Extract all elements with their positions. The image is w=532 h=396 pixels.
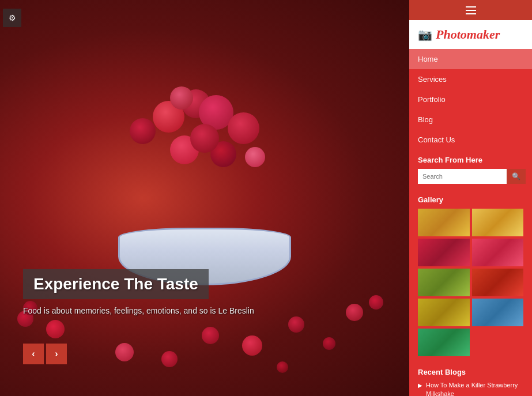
recent-blogs-section: Recent Blogs ▶ How To Make a Killer Stra… (409, 362, 532, 396)
nav-item-home[interactable]: Home (409, 49, 532, 69)
main-nav: Home Services Portfolio Blog Contact Us (409, 49, 532, 150)
blog-text-1: How To Make a Killer Strawberry Milkshak… (426, 381, 523, 396)
search-button[interactable]: 🔍 (507, 169, 526, 184)
menu-toggle-button[interactable] (409, 0, 532, 20)
recent-blogs-title: Recent Blogs (418, 368, 523, 376)
hero-text-block: Experience The Taste Food is about memor… (23, 269, 254, 315)
nav-item-blog[interactable]: Blog (409, 110, 532, 130)
camera-icon: 📷 (418, 28, 432, 42)
gallery-thumb-3[interactable] (418, 239, 470, 266)
gallery-section-title: Gallery (418, 195, 523, 204)
search-input[interactable] (418, 169, 507, 184)
hamburger-icon (466, 6, 476, 14)
gallery-thumb-9[interactable] (418, 329, 470, 356)
settings-icon[interactable]: ⚙ (3, 9, 21, 27)
search-section-title: Search From Here (418, 156, 523, 164)
hero-subtitle: Food is about memories, feelings, emotio… (23, 306, 254, 315)
gallery-thumb-7[interactable] (418, 299, 470, 326)
blog-item-1[interactable]: ▶ How To Make a Killer Strawberry Milksh… (418, 381, 523, 396)
gallery-section: Gallery (409, 190, 532, 362)
search-form: 🔍 (418, 169, 523, 184)
logo-area[interactable]: 📷 Photomaker (409, 20, 532, 49)
next-arrow[interactable]: › (46, 344, 67, 364)
gallery-thumb-4[interactable] (472, 239, 524, 266)
prev-arrow[interactable]: ‹ (23, 344, 44, 364)
hero-image (84, 78, 326, 297)
gallery-thumb-5[interactable] (418, 269, 470, 296)
sidebar: 📷 Photomaker Home Services Portfolio Blo… (409, 0, 532, 396)
carousel-controls: ‹ › (23, 344, 67, 364)
gallery-grid (418, 209, 523, 356)
gallery-thumb-8[interactable] (472, 299, 524, 326)
gallery-thumb-6[interactable] (472, 269, 524, 296)
search-section: Search From Here 🔍 (409, 150, 532, 190)
nav-item-contact[interactable]: Contact Us (409, 130, 532, 150)
logo-text: Photomaker (436, 27, 500, 42)
gallery-thumb-1[interactable] (418, 209, 470, 236)
gallery-thumb-2[interactable] (472, 209, 524, 236)
nav-item-portfolio[interactable]: Portfolio (409, 89, 532, 110)
blog-arrow-1: ▶ (418, 382, 422, 389)
nav-item-services[interactable]: Services (409, 69, 532, 89)
hero-section: Experience The Taste Food is about memor… (0, 0, 409, 396)
hero-title: Experience The Taste (33, 275, 198, 293)
